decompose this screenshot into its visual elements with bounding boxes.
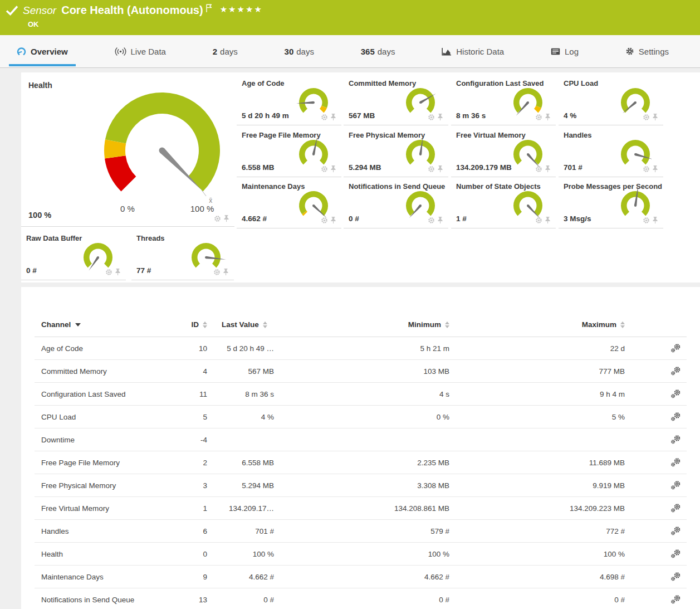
pin-icon[interactable]: [652, 165, 658, 173]
channel-settings-icon[interactable]: [670, 526, 687, 536]
tab-historic-data[interactable]: Historic Data: [434, 35, 512, 67]
gear-icon[interactable]: [428, 217, 435, 224]
table-row-free-page-file-memory[interactable]: Free Page File Memory26.558 MB2.235 MB11…: [35, 451, 687, 474]
channel-settings-icon[interactable]: [670, 503, 687, 513]
gauge-title: Age of Code: [242, 79, 285, 87]
pin-icon[interactable]: [437, 165, 443, 173]
sort-icon[interactable]: [445, 321, 449, 328]
channel-settings-icon[interactable]: [670, 549, 687, 559]
gauge-actions: [535, 216, 551, 224]
pin-icon[interactable]: [437, 113, 443, 121]
gear-icon[interactable]: [214, 215, 221, 222]
channel-settings-icon[interactable]: [670, 595, 687, 605]
gear-icon[interactable]: [643, 114, 650, 121]
column-header-last-value[interactable]: Last Value: [207, 320, 274, 329]
table-row-maintenance-days[interactable]: Maintenance Days94.662 #4.662 #4.698 #: [35, 566, 687, 588]
table-row-notifications-in-send-queue[interactable]: Notifications in Send Queue130 #0 #0 #: [35, 588, 687, 609]
column-header-minimum[interactable]: Minimum: [274, 320, 449, 329]
cell-id: 6: [168, 527, 207, 535]
pin-icon[interactable]: [652, 216, 658, 224]
gauge-actions: [535, 165, 551, 173]
tab-overview[interactable]: Overview: [9, 35, 76, 67]
gear-icon[interactable]: [321, 217, 328, 224]
column-header-channel[interactable]: Channel: [35, 320, 168, 329]
table-row-free-physical-memory[interactable]: Free Physical Memory35.294 MB3.308 MB9.9…: [35, 474, 687, 497]
channel-settings-icon[interactable]: [670, 572, 687, 582]
sort-icon[interactable]: [620, 321, 625, 328]
cell-last: 8 m 36 s: [207, 390, 274, 398]
channel-settings-icon[interactable]: [670, 480, 687, 490]
table-row-free-virtual-memory[interactable]: Free Virtual Memory1134.209.17…134.208.8…: [35, 497, 687, 520]
pin-icon[interactable]: [545, 165, 551, 173]
health-gauge-card: Healthx̄0 %100 %100 %: [21, 72, 234, 227]
gear-icon[interactable]: [321, 165, 328, 173]
sensor-title: Core Health (Autonomous): [61, 4, 203, 17]
table-row-configuration-last-saved[interactable]: Configuration Last Saved118 m 36 s4 s9 h…: [35, 383, 687, 406]
pin-icon[interactable]: [223, 215, 229, 222]
table-row-cpu-load[interactable]: CPU Load54 %0 %5 %: [35, 406, 687, 428]
table-row-age-of-code[interactable]: Age of Code105 d 20 h 49 …5 h 21 m22 d: [35, 337, 687, 360]
channel-settings-icon[interactable]: [670, 457, 687, 467]
column-header-maximum[interactable]: Maximum: [449, 320, 625, 329]
gear-icon[interactable]: [535, 217, 542, 224]
gear-icon[interactable]: [428, 165, 435, 173]
column-label: Last Value: [222, 320, 259, 329]
gauge-title: Handles: [564, 131, 592, 139]
column-header-id[interactable]: ID: [168, 320, 207, 329]
cell-min: 5 h 21 m: [274, 344, 449, 353]
cell-min: 4.662 #: [274, 573, 449, 581]
gear-icon[interactable]: [643, 165, 650, 173]
cell-channel: Notifications in Send Queue: [35, 596, 168, 604]
gear-icon[interactable]: [535, 114, 542, 121]
table-row-committed-memory[interactable]: Committed Memory4567 MB103 MB777 MB: [35, 360, 687, 383]
tab-live-data[interactable]: Live Data: [107, 35, 174, 67]
cell-min: 579 #: [274, 527, 449, 535]
gauge-card-maintenance-days: Maintenance Days4.662 #: [237, 178, 341, 228]
channel-settings-icon[interactable]: [670, 343, 687, 353]
cell-min: 134.208.861 MB: [274, 504, 449, 513]
column-label: Maximum: [582, 320, 616, 329]
table-row-downtime[interactable]: Downtime-4: [35, 428, 687, 451]
gear-icon[interactable]: [321, 114, 328, 121]
cell-channel: CPU Load: [35, 413, 168, 421]
cell-max: 100 %: [449, 550, 625, 558]
tab-settings[interactable]: Settings: [618, 35, 677, 67]
table-row-health[interactable]: Health0100 %100 %100 %: [35, 543, 687, 566]
gauge-card-committed-memory: Committed Memory567 MB: [344, 75, 448, 125]
tab-2-days[interactable]: 2days: [205, 35, 246, 67]
svg-text:100 %: 100 %: [190, 204, 214, 213]
channel-settings-icon[interactable]: [670, 366, 687, 376]
tab-label: days: [378, 47, 395, 56]
gear-icon[interactable]: [428, 114, 435, 121]
priority-flag-icon[interactable]: [205, 4, 212, 13]
gear-icon[interactable]: [535, 165, 542, 173]
table-row-handles[interactable]: Handles6701 #579 #772 #: [35, 520, 687, 543]
pin-icon[interactable]: [545, 113, 551, 121]
tab-log[interactable]: Log: [543, 35, 586, 67]
channel-settings-icon[interactable]: [670, 389, 687, 399]
gear-icon[interactable]: [213, 269, 221, 276]
sort-icon[interactable]: [203, 321, 207, 328]
object-kind-label: Sensor: [23, 4, 56, 17]
pin-icon[interactable]: [437, 216, 443, 224]
pin-icon[interactable]: [545, 216, 551, 224]
pin-icon[interactable]: [330, 113, 336, 121]
gauges-section: Healthx̄0 %100 %100 %Age of Code5 d 20 h…: [21, 72, 700, 282]
channel-settings-icon[interactable]: [670, 435, 687, 445]
gauge-card-raw-data-buffer: Raw Data Buffer0 #: [21, 230, 126, 280]
tab-365-days[interactable]: 365days: [353, 35, 403, 67]
tab-number: 2: [213, 47, 217, 56]
cell-min: 2.235 MB: [274, 459, 449, 467]
pin-icon[interactable]: [652, 113, 658, 121]
gear-icon[interactable]: [105, 269, 112, 276]
gear-icon[interactable]: [643, 217, 650, 224]
priority-stars[interactable]: ★★★★★: [220, 4, 263, 14]
sort-icon[interactable]: [263, 321, 267, 328]
tab-number: 365: [361, 47, 375, 56]
tab-30-days[interactable]: 30days: [277, 35, 322, 67]
channel-settings-icon[interactable]: [670, 412, 687, 422]
pin-icon[interactable]: [115, 268, 121, 276]
pin-icon[interactable]: [330, 165, 336, 173]
pin-icon[interactable]: [223, 268, 229, 276]
pin-icon[interactable]: [330, 216, 336, 224]
